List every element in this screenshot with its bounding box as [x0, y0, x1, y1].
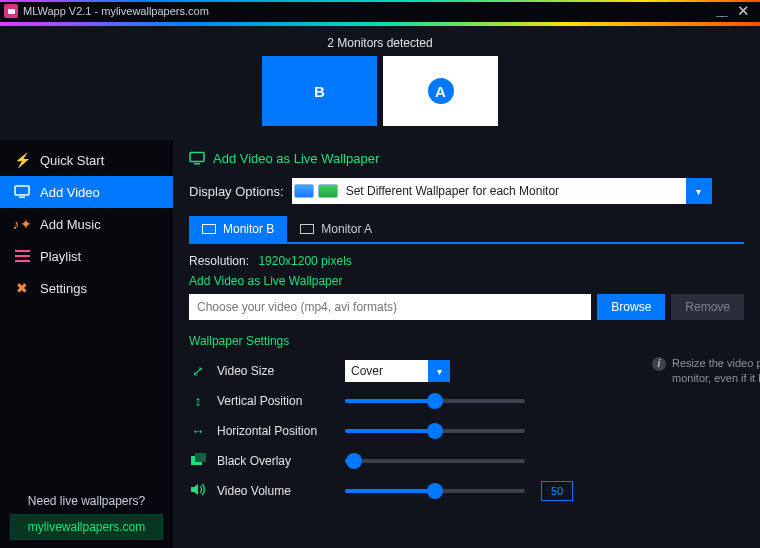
remove-button: Remove	[671, 294, 744, 320]
wallpaper-settings-title: Wallpaper Settings	[189, 334, 744, 348]
add-video-header: Add Video as Live Wallpaper	[213, 151, 379, 166]
minimize-button[interactable]: __	[710, 4, 732, 18]
add-video-subheader: Add Video as Live Wallpaper	[189, 274, 744, 288]
horizontal-position-slider[interactable]	[345, 420, 525, 442]
window-title: MLWapp V2.1 - mylivewallpapers.com	[23, 5, 209, 17]
lightning-icon: ⚡	[14, 152, 30, 168]
horizontal-arrows-icon: ↔	[189, 423, 207, 439]
vertical-arrows-icon: ↕	[189, 393, 207, 409]
info-icon: i	[652, 357, 666, 371]
tab-monitor-b[interactable]: Monitor B	[189, 216, 287, 242]
overlay-icon	[189, 453, 207, 469]
monitor-b-tile[interactable]: B	[262, 56, 377, 126]
monitor-small-icon	[202, 224, 216, 234]
vertical-position-slider[interactable]	[345, 390, 525, 412]
video-size-select[interactable]: Cover ▾	[345, 360, 450, 382]
video-volume-value[interactable]: 50	[541, 481, 573, 501]
svg-rect-5	[190, 152, 204, 161]
svg-rect-3	[15, 255, 30, 257]
monitor-a-tile[interactable]: A	[383, 56, 498, 126]
monitor-thumb-icon	[318, 184, 338, 198]
monitors-status: 2 Monitors detected	[0, 36, 760, 50]
playlist-icon	[14, 248, 30, 264]
svg-rect-2	[15, 250, 30, 252]
monitor-icon	[14, 184, 30, 200]
sidebar-footer-text: Need live wallpapers?	[10, 494, 163, 508]
svg-rect-1	[19, 197, 25, 199]
black-overlay-slider[interactable]	[345, 450, 525, 472]
black-overlay-label: Black Overlay	[217, 454, 335, 468]
sidebar-item-addmusic[interactable]: ♪✦ Add Music	[0, 208, 173, 240]
monitor-thumb-icon	[294, 184, 314, 198]
chevron-down-icon: ▾	[686, 178, 712, 204]
svg-rect-8	[195, 453, 206, 462]
sidebar-item-playlist[interactable]: Playlist	[0, 240, 173, 272]
video-volume-label: Video Volume	[217, 484, 335, 498]
svg-rect-0	[15, 186, 29, 195]
sidebar-item-settings[interactable]: ✖ Settings	[0, 272, 173, 304]
svg-rect-4	[15, 260, 30, 262]
tab-monitor-a[interactable]: Monitor A	[287, 216, 385, 242]
monitor-icon	[189, 150, 205, 166]
expand-icon: ⤢	[189, 363, 207, 379]
browse-button[interactable]: Browse	[597, 294, 665, 320]
video-size-label: Video Size	[217, 364, 335, 378]
chevron-down-icon: ▾	[428, 360, 450, 382]
vertical-position-label: Vertical Position	[217, 394, 335, 408]
svg-rect-6	[194, 163, 200, 165]
display-options-label: Display Options:	[189, 184, 284, 199]
resolution-label: Resolution:	[189, 254, 249, 268]
video-path-input[interactable]: Choose your video (mp4, avi formats)	[189, 294, 591, 320]
sidebar-item-addvideo[interactable]: Add Video	[0, 176, 173, 208]
horizontal-position-label: Horizontal Position	[217, 424, 335, 438]
resolution-value: 1920x1200 pixels	[258, 254, 351, 268]
display-options-select[interactable]: Set Different Wallpaper for each Monitor…	[292, 178, 712, 204]
volume-icon	[189, 483, 207, 499]
video-volume-slider[interactable]	[345, 480, 525, 502]
sidebar-item-quickstart[interactable]: ⚡ Quick Start	[0, 144, 173, 176]
monitor-small-icon	[300, 224, 314, 234]
video-size-hint: i Resize the video proportionately to co…	[652, 356, 760, 386]
app-logo	[4, 4, 18, 18]
close-button[interactable]: ✕	[732, 2, 754, 20]
music-icon: ♪✦	[14, 216, 30, 232]
gear-icon: ✖	[14, 280, 30, 296]
sidebar-footer-link[interactable]: mylivewallpapers.com	[10, 514, 163, 540]
